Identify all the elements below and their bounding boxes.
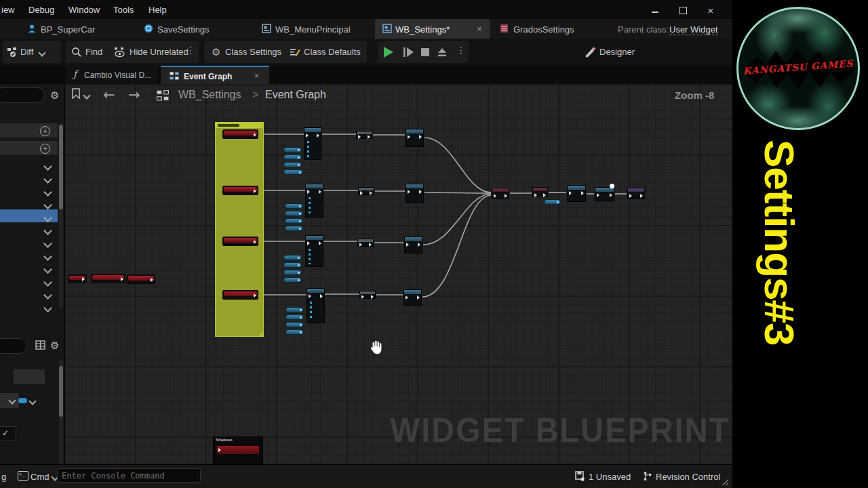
graph-node[interactable]: [492, 188, 509, 199]
variable-pill-node[interactable]: [285, 307, 304, 312]
variable-pill-node[interactable]: [283, 147, 302, 152]
class-settings-button[interactable]: Class Settings: [225, 47, 281, 57]
designer-mode-button[interactable]: Designer: [599, 47, 635, 57]
class-defaults-button[interactable]: Class Defaults: [304, 47, 361, 57]
details-dropdown[interactable]: [0, 393, 19, 408]
graph-node[interactable]: [404, 237, 422, 253]
white-dot[interactable]: [610, 184, 614, 188]
variable-pill-node[interactable]: [285, 329, 304, 335]
diff-button[interactable]: Diff: [20, 47, 33, 57]
tab-close-icon[interactable]: ×: [254, 71, 259, 81]
variable-pill-node[interactable]: [283, 162, 302, 167]
tab-wb-menuprincipal[interactable]: WB_MenuPrincipal: [275, 24, 351, 35]
variable-pill-node[interactable]: [283, 277, 302, 283]
gear-icon[interactable]: ⚙: [50, 89, 59, 102]
menu-help[interactable]: Help: [149, 5, 167, 15]
variable-pill-node[interactable]: [285, 314, 304, 320]
frame-skip-button[interactable]: [403, 47, 415, 58]
graph-node[interactable]: [627, 188, 645, 199]
variable-pill-node[interactable]: [283, 155, 302, 160]
breadcrumb-leaf[interactable]: Event Graph: [265, 89, 326, 101]
unsaved-status[interactable]: 1 Unsaved: [589, 472, 631, 482]
shadows-comment-node[interactable]: Shadows: [213, 436, 263, 464]
function-node[interactable]: [305, 235, 323, 267]
variable-pill-node[interactable]: [285, 322, 304, 327]
function-node[interactable]: [307, 288, 325, 323]
details-field[interactable]: [14, 369, 45, 384]
variable-pill-node[interactable]: [544, 199, 561, 205]
variable-pill-node[interactable]: [283, 255, 302, 260]
menu-debug[interactable]: Debug: [28, 5, 54, 15]
function-node[interactable]: [304, 127, 321, 160]
tab-bp-supercar[interactable]: BP_SuperCar: [41, 24, 95, 35]
play-button[interactable]: [384, 47, 393, 58]
list-item-chevron-icon[interactable]: [43, 252, 52, 261]
variable-pill-node[interactable]: [283, 270, 302, 275]
minimize-icon[interactable]: [650, 5, 660, 15]
chevron-down-icon[interactable]: [28, 397, 36, 405]
cmd-dropdown[interactable]: Cmd: [31, 472, 49, 482]
tab-savesettings[interactable]: SaveSettings: [157, 24, 210, 35]
table-view-icon[interactable]: [35, 340, 45, 350]
stop-button[interactable]: [421, 48, 429, 56]
graph-node[interactable]: [532, 187, 548, 197]
event-graph-canvas[interactable]: WIDGET BLUEPRINT Shadows: [64, 84, 732, 464]
variable-pill-node[interactable]: [285, 211, 303, 216]
list-item-chevron-icon[interactable]: [43, 304, 52, 312]
bookmark-icon[interactable]: [72, 88, 80, 99]
resize-grip[interactable]: [722, 479, 728, 485]
hide-unrelated-button[interactable]: Hide Unrelated: [130, 47, 189, 57]
add-function-icon[interactable]: +: [40, 144, 50, 154]
small-node[interactable]: [359, 291, 376, 299]
checkbox-field[interactable]: ✓: [0, 426, 16, 441]
list-item-chevron-icon[interactable]: [43, 291, 52, 300]
parent-class-link[interactable]: User Widget: [669, 24, 718, 35]
details-search-input[interactable]: [0, 338, 27, 354]
small-node[interactable]: [356, 131, 372, 139]
nav-back-icon[interactable]: ←: [103, 87, 115, 103]
tab-gradossettings[interactable]: GradosSettings: [513, 24, 574, 35]
function-node[interactable]: [305, 184, 323, 218]
menu-tools[interactable]: Tools: [113, 5, 134, 15]
small-node[interactable]: [358, 187, 374, 195]
graph-node[interactable]: [406, 129, 424, 147]
nav-forward-icon[interactable]: →: [128, 87, 140, 103]
toggle-pill[interactable]: [18, 398, 27, 403]
gear-icon[interactable]: ⚙: [50, 340, 59, 352]
variable-pill-node[interactable]: [285, 226, 303, 231]
find-button[interactable]: Find: [85, 47, 102, 57]
list-item-chevron-icon[interactable]: [43, 201, 52, 209]
tab-event-graph[interactable]: Event Graph ×: [161, 66, 269, 85]
console-command-input[interactable]: [57, 468, 201, 483]
event-node[interactable]: [127, 274, 155, 284]
sidebar-search-input[interactable]: [0, 87, 45, 103]
tab-close-icon[interactable]: ×: [475, 24, 484, 34]
list-item-chevron-icon[interactable]: [43, 226, 52, 235]
play-options-dots-icon[interactable]: ⋮: [456, 45, 466, 56]
maximize-icon[interactable]: [677, 5, 688, 15]
variable-pill-node[interactable]: [283, 169, 303, 175]
close-icon[interactable]: ×: [705, 5, 716, 15]
graph-node[interactable]: [406, 184, 424, 203]
list-item-chevron-icon[interactable]: [43, 175, 52, 184]
graph-node[interactable]: [595, 187, 614, 201]
event-node[interactable]: [222, 237, 258, 246]
scrollbar-thumb[interactable]: [59, 125, 63, 209]
menu-window[interactable]: Window: [68, 5, 100, 15]
menu-view[interactable]: iew: [1, 5, 15, 15]
list-item-chevron-icon[interactable]: [43, 239, 52, 248]
variable-pill-node[interactable]: [285, 218, 303, 224]
list-item-chevron-icon[interactable]: [43, 162, 52, 171]
comment-node[interactable]: [215, 122, 264, 337]
event-node[interactable]: [91, 274, 125, 283]
eject-button[interactable]: [437, 47, 448, 58]
options-dots-icon[interactable]: ⋮: [186, 45, 195, 56]
revision-control-button[interactable]: Revision Control: [656, 472, 720, 482]
tab-cambio-visual[interactable]: ƒ Cambio Visual D...: [66, 66, 157, 84]
breadcrumb-root[interactable]: WB_Settings: [178, 89, 241, 101]
graph-node[interactable]: [403, 289, 422, 306]
small-node[interactable]: [357, 239, 374, 247]
graph-node[interactable]: [567, 185, 586, 202]
variable-pill-node[interactable]: [283, 262, 302, 268]
event-node[interactable]: [68, 274, 87, 283]
